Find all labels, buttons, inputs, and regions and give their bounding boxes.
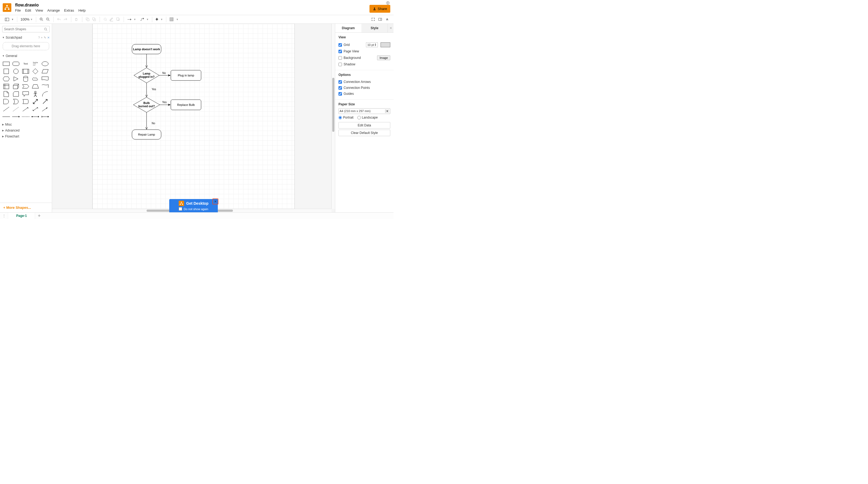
scratchpad-section[interactable]: ▼Scratchpad ?+✎✕: [0, 34, 52, 40]
grid-size-input[interactable]: 10 pt▲▼: [366, 42, 378, 47]
shape-hline-arrow[interactable]: [12, 113, 20, 120]
shape-rounded-rect[interactable]: [12, 60, 20, 67]
shape-hline-dash[interactable]: [22, 113, 30, 120]
menu-edit[interactable]: Edit: [25, 8, 31, 12]
background-checkbox[interactable]: [338, 56, 342, 60]
shadow-icon[interactable]: [116, 17, 120, 22]
file-title[interactable]: flow.drawio: [15, 3, 86, 7]
connection-icon[interactable]: [127, 17, 131, 22]
guides-checkbox[interactable]: [338, 92, 342, 95]
edit-icon[interactable]: ✎: [44, 36, 46, 39]
shape-line-arrow1[interactable]: [22, 106, 30, 112]
zoom-select[interactable]: 100%▼: [18, 17, 35, 21]
shape-internal-storage[interactable]: [2, 83, 10, 90]
shape-cloud[interactable]: [31, 76, 39, 82]
shape-rectangle[interactable]: [2, 60, 10, 67]
shape-card[interactable]: [12, 91, 20, 97]
shadow-checkbox[interactable]: [338, 63, 342, 66]
conn-arrows-checkbox[interactable]: [338, 80, 342, 84]
zoom-in-icon[interactable]: [39, 17, 44, 22]
shape-or[interactable]: [12, 98, 20, 105]
shape-cube[interactable]: [12, 83, 20, 90]
search-input[interactable]: [2, 26, 50, 32]
edit-data-button[interactable]: Edit Data: [338, 122, 390, 129]
table-icon[interactable]: [169, 17, 174, 22]
promo-close-button[interactable]: ✕: [212, 199, 218, 204]
pageview-checkbox[interactable]: [338, 50, 342, 53]
fill-color-icon[interactable]: [103, 17, 107, 22]
shape-and[interactable]: [2, 98, 10, 105]
shape-curve-segment[interactable]: [41, 91, 49, 97]
portrait-radio[interactable]: [338, 116, 342, 119]
undo-icon[interactable]: [57, 17, 61, 22]
shape-callout[interactable]: [22, 91, 30, 97]
canvas[interactable]: Lamp doesn't work Lamp plugged in? No Pl…: [52, 24, 335, 212]
shape-actor[interactable]: [31, 91, 39, 97]
delete-icon[interactable]: [74, 17, 79, 22]
redo-icon[interactable]: [63, 17, 68, 22]
papersize-select[interactable]: A4 (210 mm x 297 mm)▾: [338, 108, 390, 114]
shape-document[interactable]: [41, 76, 49, 82]
shape-hline-dot[interactable]: [31, 113, 39, 120]
flowchart-section[interactable]: ▶Flowchart: [0, 134, 52, 139]
menu-extras[interactable]: Extras: [64, 8, 74, 12]
menu-view[interactable]: View: [35, 8, 43, 12]
help-icon[interactable]: ?: [38, 36, 40, 39]
waypoints-icon[interactable]: [140, 17, 144, 22]
grid-color-swatch[interactable]: [380, 42, 390, 47]
shape-hline[interactable]: [2, 113, 10, 120]
shape-trapezoid[interactable]: [31, 83, 39, 90]
close-panel-icon[interactable]: ✕: [388, 24, 394, 32]
shape-parallelogram[interactable]: [41, 68, 49, 75]
promo-title[interactable]: Get Desktop: [186, 201, 208, 205]
shape-textbox[interactable]: Heading━━━━━━━: [31, 60, 39, 67]
shape-arrow-up[interactable]: [41, 98, 49, 105]
scratchpad-drop[interactable]: Drag elements here: [3, 42, 49, 50]
shape-arrow-bidir[interactable]: [31, 98, 39, 105]
shape-square[interactable]: [2, 68, 10, 75]
format-panel-icon[interactable]: [378, 17, 383, 22]
shape-diamond[interactable]: [31, 68, 39, 75]
scrollbar-vertical[interactable]: [332, 24, 335, 209]
close-icon[interactable]: ✕: [47, 36, 50, 39]
shape-line-arrow3[interactable]: [41, 106, 49, 112]
shape-data-storage[interactable]: [22, 98, 30, 105]
general-section[interactable]: ▼General: [0, 53, 52, 59]
shape-text[interactable]: Text: [22, 60, 30, 67]
sidebar-toggle-icon[interactable]: [5, 17, 9, 22]
landscape-radio[interactable]: [358, 116, 361, 119]
line-color-icon[interactable]: [110, 17, 114, 22]
shape-step[interactable]: [22, 83, 30, 90]
shape-hline-both[interactable]: [41, 113, 49, 120]
conn-points-checkbox[interactable]: [338, 86, 342, 90]
clear-style-button[interactable]: Clear Default Style: [338, 130, 390, 136]
insert-icon[interactable]: +: [155, 17, 158, 22]
to-back-icon[interactable]: [92, 17, 96, 22]
shape-ellipse[interactable]: [41, 60, 49, 67]
zoom-out-icon[interactable]: [46, 17, 50, 22]
search-icon[interactable]: [44, 28, 48, 32]
grid-checkbox[interactable]: [338, 43, 342, 47]
menu-arrange[interactable]: Arrange: [47, 8, 60, 12]
background-image-button[interactable]: Image: [377, 55, 390, 60]
shape-triangle[interactable]: [12, 76, 20, 82]
add-page-button[interactable]: +: [35, 212, 43, 219]
share-button[interactable]: Share: [370, 5, 390, 13]
shape-line-solid[interactable]: [2, 106, 10, 112]
menu-help[interactable]: Help: [78, 8, 86, 12]
shape-note[interactable]: [2, 91, 10, 97]
shape-circle[interactable]: [12, 68, 20, 75]
shape-hexagon[interactable]: [2, 76, 10, 82]
fullscreen-icon[interactable]: [371, 17, 376, 22]
to-front-icon[interactable]: [86, 17, 90, 22]
collapse-icon[interactable]: [385, 17, 390, 22]
shape-line-dashed[interactable]: [12, 106, 20, 112]
shape-tape[interactable]: [41, 83, 49, 90]
pages-menu-icon[interactable]: ⋮: [0, 212, 8, 219]
add-icon[interactable]: +: [41, 36, 43, 39]
page-tab-1[interactable]: Page-1: [8, 212, 35, 219]
shape-line-arrow2[interactable]: [31, 106, 39, 112]
tab-diagram[interactable]: Diagram: [335, 24, 362, 32]
diagram-page[interactable]: Lamp doesn't work Lamp plugged in? No Pl…: [92, 24, 295, 212]
advanced-section[interactable]: ▶Advanced: [0, 127, 52, 134]
